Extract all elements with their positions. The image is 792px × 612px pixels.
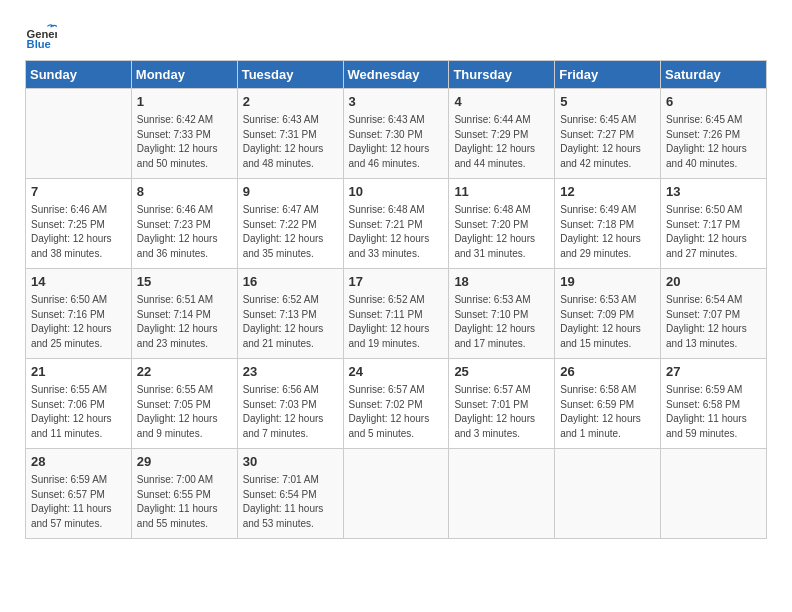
calendar-cell: 9Sunrise: 6:47 AM Sunset: 7:22 PM Daylig… bbox=[237, 179, 343, 269]
calendar-week-row: 21Sunrise: 6:55 AM Sunset: 7:06 PM Dayli… bbox=[26, 359, 767, 449]
day-number: 15 bbox=[137, 273, 232, 291]
calendar-cell: 12Sunrise: 6:49 AM Sunset: 7:18 PM Dayli… bbox=[555, 179, 661, 269]
cell-info: Sunrise: 6:55 AM Sunset: 7:05 PM Dayligh… bbox=[137, 383, 232, 441]
calendar-cell bbox=[343, 449, 449, 539]
day-number: 1 bbox=[137, 93, 232, 111]
calendar-cell: 29Sunrise: 7:00 AM Sunset: 6:55 PM Dayli… bbox=[131, 449, 237, 539]
calendar-cell: 22Sunrise: 6:55 AM Sunset: 7:05 PM Dayli… bbox=[131, 359, 237, 449]
cell-info: Sunrise: 6:46 AM Sunset: 7:23 PM Dayligh… bbox=[137, 203, 232, 261]
calendar-cell: 4Sunrise: 6:44 AM Sunset: 7:29 PM Daylig… bbox=[449, 89, 555, 179]
cell-info: Sunrise: 7:01 AM Sunset: 6:54 PM Dayligh… bbox=[243, 473, 338, 531]
calendar-cell: 23Sunrise: 6:56 AM Sunset: 7:03 PM Dayli… bbox=[237, 359, 343, 449]
calendar-cell: 15Sunrise: 6:51 AM Sunset: 7:14 PM Dayli… bbox=[131, 269, 237, 359]
cell-info: Sunrise: 6:57 AM Sunset: 7:02 PM Dayligh… bbox=[349, 383, 444, 441]
cell-info: Sunrise: 6:53 AM Sunset: 7:10 PM Dayligh… bbox=[454, 293, 549, 351]
cell-info: Sunrise: 6:59 AM Sunset: 6:57 PM Dayligh… bbox=[31, 473, 126, 531]
cell-info: Sunrise: 6:53 AM Sunset: 7:09 PM Dayligh… bbox=[560, 293, 655, 351]
calendar-cell: 2Sunrise: 6:43 AM Sunset: 7:31 PM Daylig… bbox=[237, 89, 343, 179]
day-number: 5 bbox=[560, 93, 655, 111]
calendar-cell: 30Sunrise: 7:01 AM Sunset: 6:54 PM Dayli… bbox=[237, 449, 343, 539]
calendar-cell bbox=[26, 89, 132, 179]
calendar-cell: 6Sunrise: 6:45 AM Sunset: 7:26 PM Daylig… bbox=[661, 89, 767, 179]
cell-info: Sunrise: 6:51 AM Sunset: 7:14 PM Dayligh… bbox=[137, 293, 232, 351]
day-number: 8 bbox=[137, 183, 232, 201]
day-number: 21 bbox=[31, 363, 126, 381]
cell-info: Sunrise: 6:42 AM Sunset: 7:33 PM Dayligh… bbox=[137, 113, 232, 171]
cell-info: Sunrise: 6:52 AM Sunset: 7:13 PM Dayligh… bbox=[243, 293, 338, 351]
cell-info: Sunrise: 6:43 AM Sunset: 7:31 PM Dayligh… bbox=[243, 113, 338, 171]
calendar-cell: 5Sunrise: 6:45 AM Sunset: 7:27 PM Daylig… bbox=[555, 89, 661, 179]
day-number: 11 bbox=[454, 183, 549, 201]
cell-info: Sunrise: 6:56 AM Sunset: 7:03 PM Dayligh… bbox=[243, 383, 338, 441]
calendar-header-monday: Monday bbox=[131, 61, 237, 89]
calendar-cell: 8Sunrise: 6:46 AM Sunset: 7:23 PM Daylig… bbox=[131, 179, 237, 269]
calendar-cell: 17Sunrise: 6:52 AM Sunset: 7:11 PM Dayli… bbox=[343, 269, 449, 359]
day-number: 14 bbox=[31, 273, 126, 291]
day-number: 28 bbox=[31, 453, 126, 471]
day-number: 9 bbox=[243, 183, 338, 201]
day-number: 22 bbox=[137, 363, 232, 381]
day-number: 18 bbox=[454, 273, 549, 291]
cell-info: Sunrise: 6:45 AM Sunset: 7:26 PM Dayligh… bbox=[666, 113, 761, 171]
calendar-cell: 27Sunrise: 6:59 AM Sunset: 6:58 PM Dayli… bbox=[661, 359, 767, 449]
day-number: 10 bbox=[349, 183, 444, 201]
logo: General Blue bbox=[25, 20, 61, 52]
day-number: 20 bbox=[666, 273, 761, 291]
calendar-cell bbox=[555, 449, 661, 539]
calendar-cell: 13Sunrise: 6:50 AM Sunset: 7:17 PM Dayli… bbox=[661, 179, 767, 269]
calendar-week-row: 28Sunrise: 6:59 AM Sunset: 6:57 PM Dayli… bbox=[26, 449, 767, 539]
day-number: 23 bbox=[243, 363, 338, 381]
calendar-cell: 24Sunrise: 6:57 AM Sunset: 7:02 PM Dayli… bbox=[343, 359, 449, 449]
calendar-header-row: SundayMondayTuesdayWednesdayThursdayFrid… bbox=[26, 61, 767, 89]
cell-info: Sunrise: 6:47 AM Sunset: 7:22 PM Dayligh… bbox=[243, 203, 338, 261]
day-number: 17 bbox=[349, 273, 444, 291]
cell-info: Sunrise: 6:49 AM Sunset: 7:18 PM Dayligh… bbox=[560, 203, 655, 261]
day-number: 6 bbox=[666, 93, 761, 111]
calendar-cell bbox=[449, 449, 555, 539]
cell-info: Sunrise: 6:54 AM Sunset: 7:07 PM Dayligh… bbox=[666, 293, 761, 351]
calendar-header-saturday: Saturday bbox=[661, 61, 767, 89]
calendar-cell: 7Sunrise: 6:46 AM Sunset: 7:25 PM Daylig… bbox=[26, 179, 132, 269]
day-number: 13 bbox=[666, 183, 761, 201]
cell-info: Sunrise: 7:00 AM Sunset: 6:55 PM Dayligh… bbox=[137, 473, 232, 531]
cell-info: Sunrise: 6:57 AM Sunset: 7:01 PM Dayligh… bbox=[454, 383, 549, 441]
calendar-header-thursday: Thursday bbox=[449, 61, 555, 89]
day-number: 24 bbox=[349, 363, 444, 381]
svg-text:Blue: Blue bbox=[27, 38, 51, 50]
day-number: 12 bbox=[560, 183, 655, 201]
calendar-week-row: 7Sunrise: 6:46 AM Sunset: 7:25 PM Daylig… bbox=[26, 179, 767, 269]
day-number: 2 bbox=[243, 93, 338, 111]
calendar-header-sunday: Sunday bbox=[26, 61, 132, 89]
cell-info: Sunrise: 6:44 AM Sunset: 7:29 PM Dayligh… bbox=[454, 113, 549, 171]
cell-info: Sunrise: 6:46 AM Sunset: 7:25 PM Dayligh… bbox=[31, 203, 126, 261]
day-number: 7 bbox=[31, 183, 126, 201]
day-number: 27 bbox=[666, 363, 761, 381]
cell-info: Sunrise: 6:48 AM Sunset: 7:20 PM Dayligh… bbox=[454, 203, 549, 261]
cell-info: Sunrise: 6:45 AM Sunset: 7:27 PM Dayligh… bbox=[560, 113, 655, 171]
calendar-cell: 14Sunrise: 6:50 AM Sunset: 7:16 PM Dayli… bbox=[26, 269, 132, 359]
cell-info: Sunrise: 6:50 AM Sunset: 7:17 PM Dayligh… bbox=[666, 203, 761, 261]
calendar-cell: 16Sunrise: 6:52 AM Sunset: 7:13 PM Dayli… bbox=[237, 269, 343, 359]
calendar-cell: 28Sunrise: 6:59 AM Sunset: 6:57 PM Dayli… bbox=[26, 449, 132, 539]
calendar-cell: 25Sunrise: 6:57 AM Sunset: 7:01 PM Dayli… bbox=[449, 359, 555, 449]
day-number: 3 bbox=[349, 93, 444, 111]
day-number: 16 bbox=[243, 273, 338, 291]
calendar-cell: 18Sunrise: 6:53 AM Sunset: 7:10 PM Dayli… bbox=[449, 269, 555, 359]
calendar-cell: 26Sunrise: 6:58 AM Sunset: 6:59 PM Dayli… bbox=[555, 359, 661, 449]
calendar-table: SundayMondayTuesdayWednesdayThursdayFrid… bbox=[25, 60, 767, 539]
calendar-cell: 21Sunrise: 6:55 AM Sunset: 7:06 PM Dayli… bbox=[26, 359, 132, 449]
day-number: 4 bbox=[454, 93, 549, 111]
calendar-cell: 20Sunrise: 6:54 AM Sunset: 7:07 PM Dayli… bbox=[661, 269, 767, 359]
logo-icon: General Blue bbox=[25, 20, 57, 52]
day-number: 19 bbox=[560, 273, 655, 291]
calendar-header-friday: Friday bbox=[555, 61, 661, 89]
cell-info: Sunrise: 6:58 AM Sunset: 6:59 PM Dayligh… bbox=[560, 383, 655, 441]
cell-info: Sunrise: 6:43 AM Sunset: 7:30 PM Dayligh… bbox=[349, 113, 444, 171]
calendar-cell: 1Sunrise: 6:42 AM Sunset: 7:33 PM Daylig… bbox=[131, 89, 237, 179]
calendar-header-tuesday: Tuesday bbox=[237, 61, 343, 89]
calendar-week-row: 14Sunrise: 6:50 AM Sunset: 7:16 PM Dayli… bbox=[26, 269, 767, 359]
calendar-cell bbox=[661, 449, 767, 539]
cell-info: Sunrise: 6:50 AM Sunset: 7:16 PM Dayligh… bbox=[31, 293, 126, 351]
day-number: 26 bbox=[560, 363, 655, 381]
calendar-week-row: 1Sunrise: 6:42 AM Sunset: 7:33 PM Daylig… bbox=[26, 89, 767, 179]
